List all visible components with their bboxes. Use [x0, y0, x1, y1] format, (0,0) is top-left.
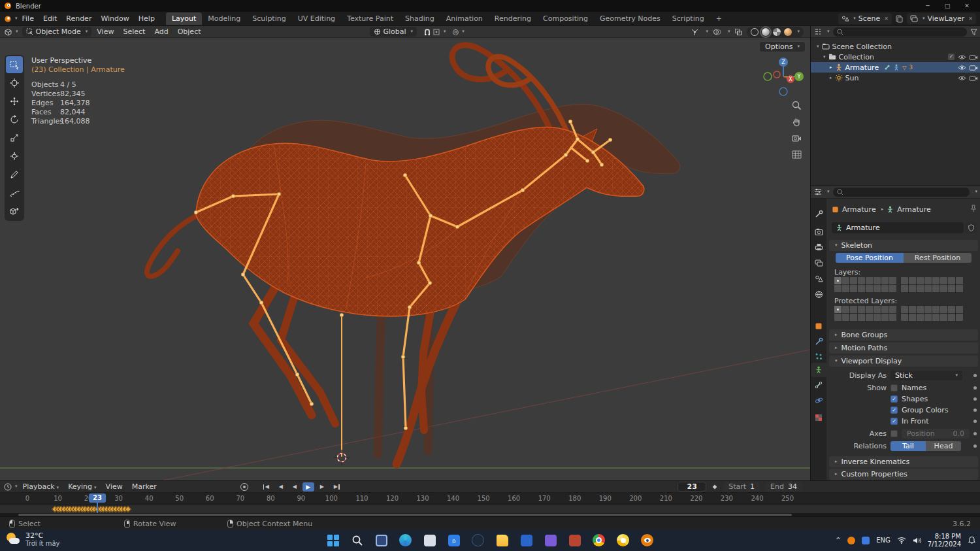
animate-dot[interactable] — [973, 444, 977, 448]
tray-blender-icon[interactable] — [847, 537, 855, 544]
menu-help[interactable]: Help — [134, 13, 159, 24]
layer-toggle[interactable] — [948, 314, 955, 321]
chrome-icon[interactable] — [591, 533, 607, 548]
play-button[interactable]: ▶ — [302, 482, 314, 492]
overlays-chevron-icon[interactable]: ▾ — [728, 29, 730, 34]
blender-menu-chevron-icon[interactable]: ▾ — [15, 16, 18, 21]
layer-toggle[interactable] — [874, 285, 881, 292]
viewport-menu-view[interactable]: View — [93, 27, 118, 36]
frame-end-field[interactable]: End34 — [765, 482, 802, 492]
layer-toggle[interactable] — [909, 306, 916, 313]
layer-toggle[interactable] — [858, 285, 865, 292]
navigation-gizmo[interactable]: Z Y X — [762, 56, 804, 99]
animate-dot[interactable] — [973, 420, 977, 423]
filter-funnel-icon[interactable] — [970, 29, 977, 35]
tab-uv-editing[interactable]: UV Editing — [292, 12, 341, 25]
tab-object[interactable] — [811, 319, 826, 333]
pin-icon[interactable] — [970, 205, 977, 214]
edge-icon[interactable] — [398, 533, 414, 548]
head-button[interactable]: Head — [926, 441, 961, 451]
layer-toggle[interactable] — [917, 314, 924, 321]
timeline-editor-chevron-icon[interactable]: ▾ — [15, 484, 18, 489]
layer-toggle[interactable] — [858, 277, 865, 284]
jump-to-start-button[interactable]: ◀ — [261, 482, 273, 492]
layer-toggle[interactable] — [874, 306, 881, 313]
breadcrumb-data[interactable]: Armature — [897, 205, 931, 214]
outliner-label[interactable]: Armature — [845, 63, 879, 72]
viewport-menu-object[interactable]: Object — [174, 27, 205, 36]
editor-type-chevron-icon[interactable]: ▾ — [16, 29, 18, 34]
display-as-dropdown[interactable]: Stick ▾ — [890, 371, 962, 380]
timeline-menu-playback[interactable]: Playback▾ — [19, 482, 63, 491]
snap-target-icon[interactable] — [433, 28, 440, 36]
layer-toggle[interactable] — [858, 306, 865, 313]
transform-orientation-dropdown[interactable]: Global ▾ — [370, 27, 417, 37]
tail-button[interactable]: Tail — [890, 441, 926, 451]
layer-toggle[interactable] — [858, 314, 865, 321]
hide-eye-icon[interactable] — [958, 75, 966, 81]
render-camera-icon[interactable] — [970, 75, 978, 81]
layer-toggle[interactable] — [834, 306, 841, 313]
tool-select-box[interactable] — [6, 56, 23, 73]
playhead-badge[interactable]: 23 — [89, 493, 106, 503]
menu-edit[interactable]: Edit — [39, 13, 61, 24]
tab-geometry-nodes[interactable]: Geometry Nodes — [594, 12, 666, 25]
animate-dot[interactable] — [973, 374, 977, 377]
pose-icon[interactable] — [893, 64, 900, 71]
tool-measure[interactable] — [6, 184, 23, 201]
layer-toggle[interactable] — [842, 306, 849, 313]
layer-toggle[interactable] — [917, 277, 924, 284]
prev-keyframe-button[interactable]: ◀ — [275, 482, 287, 492]
tool-add-cube[interactable] — [6, 203, 23, 220]
layer-toggle[interactable] — [932, 314, 939, 321]
layer-toggle[interactable] — [909, 285, 916, 292]
layer-toggle[interactable] — [874, 277, 881, 284]
outliner-editor-chevron-icon[interactable]: ▾ — [827, 29, 830, 34]
timeline-track-area[interactable]: 0102030405060708090100110120130140150160… — [0, 493, 980, 513]
timeline-keyframes[interactable] — [0, 505, 980, 513]
breadcrumb-object[interactable]: Armature — [842, 205, 876, 214]
tab-animation[interactable]: Animation — [440, 12, 489, 25]
collection-checkbox[interactable]: ✓ — [948, 54, 955, 60]
panel-header-skeleton[interactable]: ▾ Skeleton — [829, 240, 978, 251]
tray-app-icon[interactable] — [862, 537, 870, 544]
editor-type-icon[interactable] — [4, 28, 12, 36]
hide-eye-icon[interactable] — [958, 54, 966, 60]
tab-layout[interactable]: Layout — [166, 12, 202, 25]
panel-header-motion-paths[interactable]: ▸ Motion Paths — [829, 342, 978, 354]
menu-file[interactable]: File — [18, 13, 39, 24]
blender-menu-icon[interactable] — [4, 15, 13, 23]
start-button[interactable] — [325, 533, 341, 548]
file-explorer-icon[interactable] — [495, 533, 510, 548]
panel-header-viewport-display[interactable]: ▾ Viewport Display — [829, 356, 978, 367]
layer-toggle[interactable] — [956, 285, 963, 292]
store-icon[interactable]: ⌂ — [446, 533, 462, 548]
layer-toggle[interactable] — [889, 306, 896, 313]
outliner-label[interactable]: Sun — [845, 74, 859, 82]
tool-move[interactable] — [6, 93, 23, 110]
fake-user-shield-icon[interactable] — [965, 222, 977, 233]
layer-toggle[interactable] — [932, 285, 939, 292]
notepad-app-icon[interactable] — [422, 533, 438, 548]
layer-toggle[interactable] — [948, 277, 955, 284]
outliner-row-sun[interactable]: ▸ Sun — [811, 73, 980, 83]
gizmo-chevron-icon[interactable]: ▾ — [706, 29, 708, 34]
tool-cursor[interactable] — [6, 75, 23, 92]
tab-modeling[interactable]: Modeling — [202, 12, 246, 25]
tab-sculpting[interactable]: Sculpting — [246, 12, 291, 25]
animate-dot[interactable] — [973, 432, 977, 435]
zoom-icon[interactable] — [791, 99, 802, 111]
animate-dot[interactable] — [973, 386, 977, 390]
menu-render[interactable]: Render — [61, 13, 96, 24]
steam-icon[interactable] — [470, 533, 486, 548]
layer-toggle[interactable] — [866, 314, 873, 321]
shading-rendered-icon[interactable] — [784, 28, 792, 36]
tab-render[interactable] — [811, 224, 826, 239]
layer-toggle[interactable] — [866, 285, 873, 292]
tab-tool[interactable] — [811, 207, 826, 221]
armature-name-field[interactable]: Armature — [832, 222, 964, 233]
speaker-icon[interactable] — [913, 537, 921, 544]
timeline-scrollbar-thumb[interactable] — [18, 514, 792, 516]
tab-texture-paint[interactable]: Texture Paint — [341, 12, 399, 25]
pose-position-button[interactable]: Pose Position — [836, 253, 904, 263]
